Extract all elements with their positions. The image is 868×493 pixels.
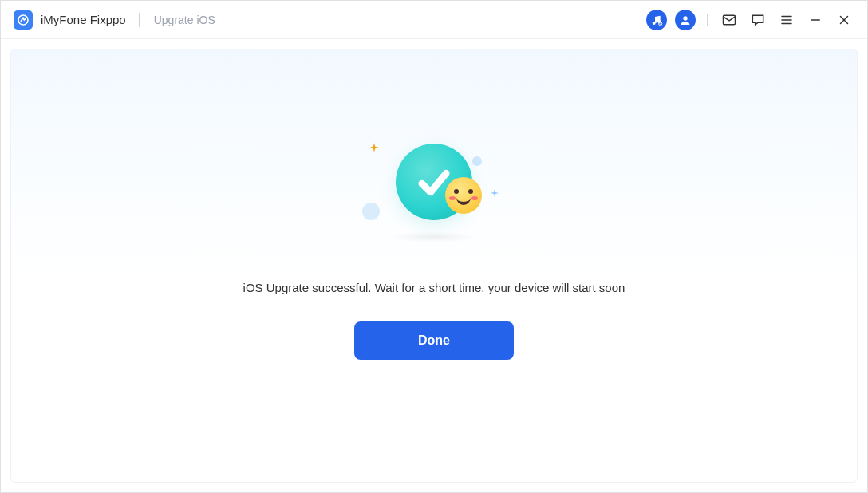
- illustration-shadow: [390, 231, 478, 243]
- title-divider: [139, 13, 140, 27]
- decor-dot: [472, 156, 482, 166]
- close-icon[interactable]: [834, 10, 854, 30]
- svg-point-0: [18, 15, 28, 25]
- status-message: iOS Upgrate successful. Wait for a short…: [167, 276, 701, 299]
- app-logo-icon: [14, 10, 33, 30]
- svg-point-4: [683, 16, 687, 20]
- minimize-icon[interactable]: [805, 10, 826, 30]
- breadcrumb: Upgrate iOS: [154, 14, 215, 26]
- main-panel: iOS Upgrate successful. Wait for a short…: [10, 49, 858, 483]
- app-name: iMyFone Fixppo: [41, 13, 126, 26]
- done-button[interactable]: Done: [354, 321, 514, 360]
- sparkle-icon: [490, 188, 499, 198]
- app-window: iMyFone Fixppo Upgrate iOS: [0, 0, 868, 493]
- decor-dot: [362, 203, 380, 220]
- mail-icon[interactable]: [719, 10, 740, 30]
- menu-icon[interactable]: [776, 10, 797, 30]
- titlebar-left: iMyFone Fixppo Upgrate iOS: [14, 10, 215, 30]
- titlebar-right: [646, 10, 854, 30]
- sparkle-icon: [369, 142, 380, 153]
- smiley-icon: [445, 177, 482, 214]
- svg-point-1: [653, 22, 656, 25]
- titlebar: iMyFone Fixppo Upgrate iOS: [1, 1, 867, 39]
- account-icon[interactable]: [675, 10, 696, 30]
- success-illustration: [362, 137, 506, 249]
- chat-icon[interactable]: [748, 10, 768, 30]
- toolbar-separator: [707, 14, 708, 26]
- music-icon[interactable]: [646, 10, 667, 30]
- content-area: iOS Upgrate successful. Wait for a short…: [1, 39, 867, 492]
